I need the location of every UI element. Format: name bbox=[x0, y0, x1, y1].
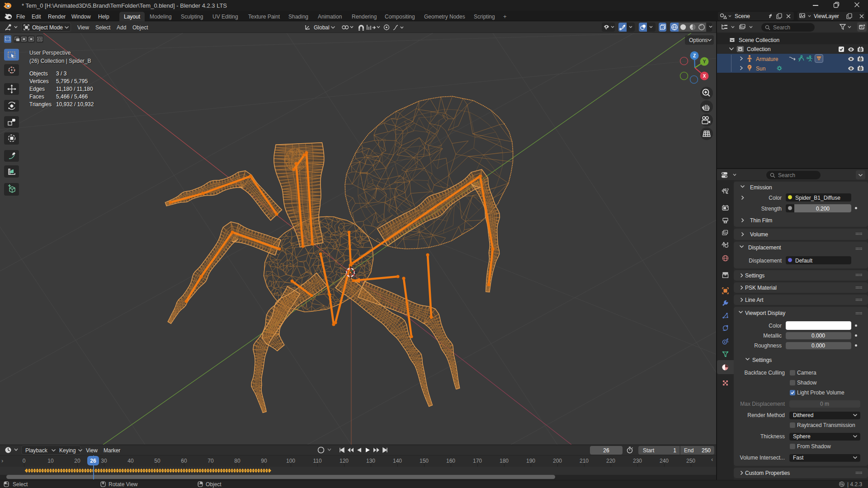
svg-text:X: X bbox=[703, 74, 706, 79]
svg-text:Y: Y bbox=[703, 59, 706, 64]
svg-text:Z: Z bbox=[693, 53, 696, 58]
